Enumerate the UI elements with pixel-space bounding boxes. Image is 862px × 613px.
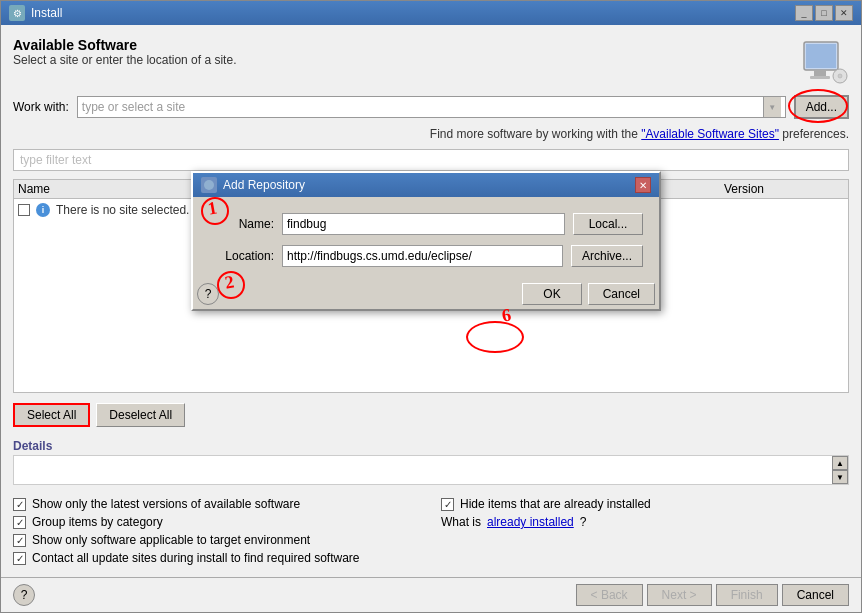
- help-button[interactable]: ?: [13, 584, 35, 606]
- option-group-category: Group items by category: [13, 515, 421, 529]
- modal-close-button[interactable]: ✕: [635, 177, 651, 193]
- title-bar-left: ⚙ Install: [9, 5, 62, 21]
- back-button[interactable]: < Back: [576, 584, 643, 606]
- close-button[interactable]: ✕: [835, 5, 853, 21]
- location-field-row: Location: Archive...: [209, 245, 643, 267]
- location-label: Location:: [209, 249, 274, 263]
- option-group-label: Group items by category: [32, 515, 163, 529]
- modal-title-bar: Add Repository ✕: [193, 173, 659, 197]
- modal-help-button[interactable]: ?: [197, 283, 219, 305]
- header-section: Available Software Select a site or ente…: [13, 37, 849, 87]
- more-software-after: preferences.: [782, 127, 849, 141]
- header-text: Available Software Select a site or ente…: [13, 37, 236, 67]
- available-software-sites-link[interactable]: "Available Software Sites": [641, 127, 779, 141]
- option-hide-installed: Hide items that are already installed: [441, 497, 849, 511]
- option-contact-label: Contact all update sites during install …: [32, 551, 360, 565]
- details-section: Details ▲ ▼: [13, 435, 849, 489]
- option-latest-checkbox[interactable]: [13, 498, 26, 511]
- window-title: Install: [31, 6, 62, 20]
- option-latest-label: Show only the latest versions of availab…: [32, 497, 300, 511]
- title-bar: ⚙ Install _ □ ✕: [1, 1, 861, 25]
- option-already-installed: What is already installed ?: [441, 515, 849, 529]
- svg-rect-2: [814, 70, 826, 76]
- options-section: Show only the latest versions of availab…: [13, 497, 849, 565]
- filter-bar[interactable]: type filter text: [13, 149, 849, 171]
- filter-placeholder: type filter text: [20, 153, 91, 167]
- page-title: Available Software: [13, 37, 236, 53]
- option-hide-label: Hide items that are already installed: [460, 497, 651, 511]
- modal-title-left: Add Repository: [201, 177, 305, 193]
- info-icon: i: [36, 203, 50, 217]
- repository-icon: [203, 179, 215, 191]
- modal-footer: ? OK Cancel: [193, 283, 659, 309]
- option-target-label: Show only software applicable to target …: [32, 533, 310, 547]
- modal-body: Name: Local... Location: Archive...: [193, 197, 659, 283]
- finish-button[interactable]: Finish: [716, 584, 778, 606]
- svg-rect-1: [806, 44, 836, 68]
- minimize-button[interactable]: _: [795, 5, 813, 21]
- name-label: Name:: [209, 217, 274, 231]
- add-button[interactable]: Add...: [794, 95, 849, 119]
- option-already-after: ?: [580, 515, 587, 529]
- local-button[interactable]: Local...: [573, 213, 643, 235]
- header-icon: [799, 37, 849, 87]
- bottom-buttons: Select All Deselect All: [13, 403, 849, 427]
- page-subtitle: Select a site or enter the location of a…: [13, 53, 236, 67]
- svg-rect-3: [810, 76, 830, 79]
- svg-point-5: [838, 74, 842, 78]
- location-input[interactable]: [282, 245, 563, 267]
- deselect-all-button[interactable]: Deselect All: [96, 403, 185, 427]
- site-dropdown-placeholder: type or select a site: [82, 100, 185, 114]
- name-input[interactable]: [282, 213, 565, 235]
- modal-title: Add Repository: [223, 178, 305, 192]
- option-target-env: Show only software applicable to target …: [13, 533, 421, 547]
- work-with-row: Work with: type or select a site ▼ Add..…: [13, 95, 849, 119]
- dropdown-arrow-icon[interactable]: ▼: [763, 97, 781, 117]
- ok-button[interactable]: OK: [522, 283, 581, 305]
- archive-button[interactable]: Archive...: [571, 245, 643, 267]
- already-installed-link[interactable]: already installed: [487, 515, 574, 529]
- site-dropdown[interactable]: type or select a site ▼: [77, 96, 786, 118]
- main-window: ⚙ Install _ □ ✕ Available Software Selec…: [0, 0, 862, 613]
- title-controls: _ □ ✕: [795, 5, 853, 21]
- options-left: Show only the latest versions of availab…: [13, 497, 421, 565]
- option-hide-checkbox[interactable]: [441, 498, 454, 511]
- bottom-bar: ? < Back Next > Finish Cancel: [1, 577, 861, 612]
- next-button[interactable]: Next >: [647, 584, 712, 606]
- nav-buttons: < Back Next > Finish Cancel: [576, 584, 849, 606]
- option-contact-sites: Contact all update sites during install …: [13, 551, 421, 565]
- more-software-before: Find more software by working with the: [430, 127, 641, 141]
- option-already-before: What is: [441, 515, 481, 529]
- table-empty-message: There is no site selected.: [56, 203, 189, 217]
- modal-action-buttons: OK Cancel: [522, 283, 655, 305]
- add-button-container: Add...: [794, 95, 849, 119]
- option-contact-checkbox[interactable]: [13, 552, 26, 565]
- install-icon: ⚙: [9, 5, 25, 21]
- details-content: ▲ ▼: [13, 455, 849, 485]
- option-latest-versions: Show only the latest versions of availab…: [13, 497, 421, 511]
- row-checkbox[interactable]: [18, 204, 30, 216]
- details-label: Details: [13, 439, 849, 453]
- main-cancel-button[interactable]: Cancel: [782, 584, 849, 606]
- option-group-checkbox[interactable]: [13, 516, 26, 529]
- scroll-up-button[interactable]: ▲: [832, 456, 848, 470]
- svg-point-6: [204, 180, 214, 190]
- scroll-down-button[interactable]: ▼: [832, 470, 848, 484]
- more-software-text: Find more software by working with the "…: [13, 127, 849, 141]
- option-target-checkbox[interactable]: [13, 534, 26, 547]
- name-field-row: Name: Local...: [209, 213, 643, 235]
- table-col-version: Version: [644, 182, 844, 196]
- ok-button-container: OK: [522, 283, 581, 305]
- select-all-button[interactable]: Select All: [13, 403, 90, 427]
- computer-icon: [800, 38, 848, 86]
- add-repository-dialog: Add Repository ✕ Name: Local... Location…: [191, 171, 661, 311]
- options-right: Hide items that are already installed Wh…: [441, 497, 849, 565]
- modal-icon: [201, 177, 217, 193]
- modal-cancel-button[interactable]: Cancel: [588, 283, 655, 305]
- maximize-button[interactable]: □: [815, 5, 833, 21]
- work-with-label: Work with:: [13, 100, 69, 114]
